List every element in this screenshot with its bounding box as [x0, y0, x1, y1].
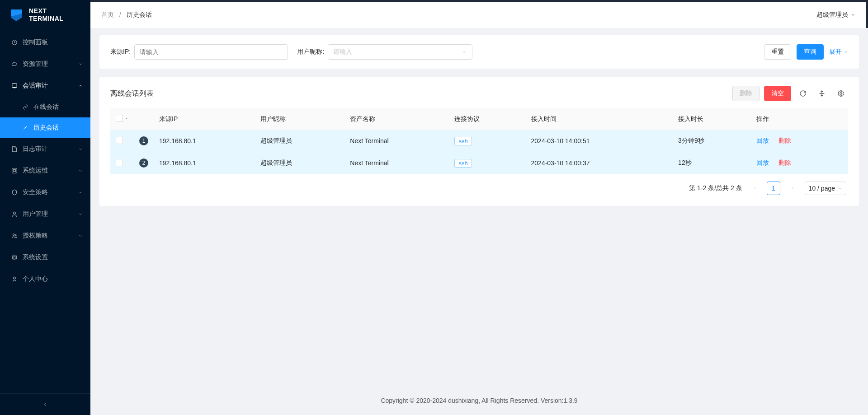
- sidebar-item-label: 个人中心: [23, 275, 83, 283]
- control-icon: [11, 167, 18, 174]
- cell-asset: Next Terminal: [344, 130, 449, 152]
- next-page-button[interactable]: [786, 182, 799, 195]
- page-size-label: 10 / page: [809, 185, 835, 192]
- col-actions: 操作: [751, 108, 848, 130]
- page-number-current[interactable]: 1: [767, 182, 780, 195]
- search-card: 来源IP: 用户昵称: 请输入 重置 查询 展开: [99, 35, 859, 69]
- row-checkbox[interactable]: [116, 159, 123, 166]
- audit-icon: [11, 82, 18, 89]
- column-height-icon: [818, 90, 826, 97]
- breadcrumb: 首页 / 历史会话: [101, 11, 816, 19]
- form-item-nickname: 用户昵称: 请输入: [297, 44, 472, 60]
- chevron-down-icon: [78, 146, 83, 152]
- cell-time: 2024-03-10 14:00:37: [526, 152, 673, 174]
- sidebar-item-label: 日志审计: [23, 145, 78, 153]
- row-checkbox[interactable]: [116, 137, 123, 144]
- link-icon: [22, 103, 29, 111]
- breadcrumb-home[interactable]: 首页: [101, 11, 114, 18]
- density-button[interactable]: [815, 86, 829, 101]
- expand-label: 展开: [829, 48, 842, 56]
- protocol-tag: ssh: [454, 159, 472, 168]
- svg-point-7: [14, 277, 16, 279]
- svg-rect-1: [12, 84, 17, 87]
- chevron-down-icon: [78, 61, 83, 67]
- brand-line2: TERMINAL: [29, 15, 63, 23]
- nickname-select[interactable]: 请输入: [328, 44, 472, 60]
- sidebar-item-dashboard[interactable]: 控制面板: [0, 32, 90, 53]
- select-all-checkbox[interactable]: [116, 115, 123, 122]
- svg-point-5: [15, 234, 16, 235]
- form-item-source-ip: 来源IP:: [110, 44, 288, 60]
- sidebar-collapse-button[interactable]: [0, 393, 90, 415]
- cell-source-ip: 192.168.80.1: [154, 130, 255, 152]
- col-asset: 资产名称: [344, 108, 449, 130]
- user-name: 超级管理员: [816, 11, 848, 19]
- sidebar-subitem-online-sessions[interactable]: 在线会话: [0, 97, 90, 117]
- reload-icon: [799, 90, 807, 97]
- sidebar-item-authz[interactable]: 授权策略: [0, 225, 90, 247]
- col-duration: 接入时长: [673, 108, 750, 130]
- bulk-delete-button[interactable]: 删除: [732, 86, 760, 101]
- svg-point-4: [13, 234, 15, 236]
- chevron-down-icon: [78, 190, 83, 195]
- dashboard-icon: [11, 39, 18, 46]
- source-ip-input[interactable]: [134, 44, 288, 60]
- sidebar-item-label: 用户管理: [23, 210, 78, 218]
- cloud-icon: [11, 61, 18, 68]
- sidebar-item-label: 授权策略: [23, 232, 78, 240]
- sidebar-item-session-audit[interactable]: 会话审计: [0, 75, 90, 97]
- replay-link[interactable]: 回放: [756, 159, 769, 166]
- gear-icon: [11, 254, 18, 261]
- sidebar-item-settings[interactable]: 系统设置: [0, 247, 90, 268]
- reload-button[interactable]: [796, 86, 810, 101]
- page-footer: Copyright © 2020-2024 dushixiang, All Ri…: [90, 388, 868, 415]
- reset-button[interactable]: 重置: [764, 44, 791, 60]
- table-title: 离线会话列表: [110, 89, 732, 98]
- table-card: 离线会话列表 删除 清空 来源IP: [99, 77, 859, 206]
- sidebar-item-security[interactable]: 安全策略: [0, 182, 90, 203]
- svg-rect-2: [12, 168, 17, 173]
- row-index: 1: [139, 136, 148, 145]
- source-ip-label: 来源IP:: [110, 48, 131, 56]
- breadcrumb-separator: /: [119, 11, 121, 18]
- team-icon: [11, 232, 18, 239]
- nickname-placeholder: 请输入: [333, 48, 352, 56]
- chevron-down-icon: [838, 186, 842, 191]
- delete-link[interactable]: 删除: [778, 159, 791, 166]
- breadcrumb-current: 历史会话: [127, 11, 152, 18]
- disconnect-icon: [22, 124, 29, 131]
- settings-button[interactable]: [834, 86, 848, 101]
- page-size-select[interactable]: 10 / page: [805, 182, 846, 195]
- brand-logo: NEXT TERMINAL: [0, 0, 90, 32]
- query-button[interactable]: 查询: [797, 44, 824, 60]
- profile-icon: [11, 275, 18, 283]
- sidebar: NEXT TERMINAL 控制面板 资源管理 会话审计 在线会话: [0, 0, 90, 415]
- prev-page-button[interactable]: [748, 182, 761, 195]
- sidebar-item-ops[interactable]: 系统运维: [0, 160, 90, 182]
- sidebar-item-resources[interactable]: 资源管理: [0, 53, 90, 75]
- chevron-down-icon: [78, 168, 83, 173]
- sidebar-item-label: 资源管理: [23, 60, 78, 68]
- chevron-down-icon: [851, 13, 855, 17]
- col-protocol: 连接协议: [449, 108, 525, 130]
- sidebar-item-profile[interactable]: 个人中心: [0, 268, 90, 290]
- chevron-down-icon: [844, 50, 848, 54]
- shield-icon: [11, 189, 18, 196]
- file-icon: [11, 145, 18, 153]
- cell-duration: 3分钟9秒: [673, 130, 750, 152]
- expand-link[interactable]: 展开: [829, 48, 848, 56]
- col-nickname: 用户昵称: [255, 108, 345, 130]
- sidebar-item-users[interactable]: 用户管理: [0, 203, 90, 225]
- user-menu[interactable]: 超级管理员: [816, 11, 855, 19]
- sidebar-item-log-audit[interactable]: 日志审计: [0, 138, 90, 160]
- brand-text: NEXT TERMINAL: [29, 7, 63, 23]
- gear-icon: [837, 90, 844, 97]
- chevron-down-icon: [462, 49, 467, 55]
- col-time: 接入时间: [526, 108, 673, 130]
- user-icon: [11, 210, 18, 218]
- replay-link[interactable]: 回放: [756, 137, 769, 144]
- delete-link[interactable]: 删除: [778, 137, 791, 144]
- sidebar-subitem-history-sessions[interactable]: 历史会话: [0, 117, 90, 138]
- cell-source-ip: 192.168.80.1: [154, 152, 255, 174]
- clear-button[interactable]: 清空: [764, 86, 791, 101]
